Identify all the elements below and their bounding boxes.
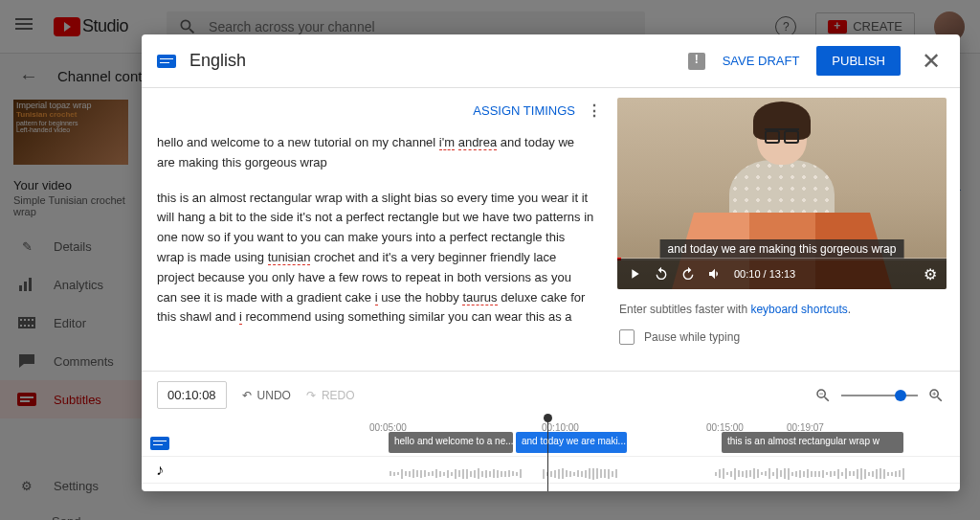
undo-button[interactable]: ↶ UNDO — [242, 389, 291, 402]
pause-checkbox[interactable] — [619, 329, 635, 345]
transcript-text[interactable]: hello and welcome to a new tutorial on m… — [157, 133, 602, 371]
subtitles-icon — [150, 437, 169, 450]
preview-panel: and today we are making this gorgeous wr… — [617, 88, 960, 371]
subtitles-icon — [157, 55, 176, 68]
video-time: 00:10 / 13:13 — [734, 268, 795, 280]
publish-button[interactable]: PUBLISH — [816, 46, 901, 76]
waveform — [714, 464, 905, 476]
timecode-input[interactable]: 00:10:08 — [157, 381, 227, 409]
close-icon[interactable]: ✕ — [918, 48, 945, 75]
subtitle-dialog: English SAVE DRAFT PUBLISH ✕ ASSIGN TIMI… — [142, 34, 960, 491]
waveform — [542, 464, 618, 476]
forward-icon[interactable] — [680, 266, 696, 282]
caption-clip[interactable]: and today we are maki... — [516, 432, 627, 453]
zoom-slider[interactable] — [841, 395, 918, 396]
save-draft-button[interactable]: SAVE DRAFT — [723, 54, 800, 68]
more-icon[interactable]: ⋮ — [587, 102, 602, 120]
caption-track[interactable]: hello and welcome to a ne...and today we… — [142, 430, 960, 457]
volume-icon[interactable] — [707, 266, 723, 282]
timeline-toolbar: 00:10:08 ↶ UNDO ↷ REDO — [142, 371, 960, 418]
audio-track[interactable]: ♪ — [142, 457, 960, 484]
play-icon[interactable] — [627, 266, 642, 282]
video-caption: and today we are making this gorgeous wr… — [660, 239, 904, 259]
assign-timings-button[interactable]: ASSIGN TIMINGS — [473, 103, 575, 118]
timeline-tracks: hello and welcome to a ne...and today we… — [142, 430, 960, 491]
pause-option: Pause while typing — [619, 329, 945, 345]
dialog-title: English — [189, 51, 246, 71]
music-icon: ♪ — [142, 462, 178, 479]
video-preview[interactable]: and today we are making this gorgeous wr… — [617, 98, 947, 289]
zoom-in-icon[interactable] — [927, 387, 945, 404]
shortcuts-link[interactable]: keyboard shortcuts — [750, 303, 847, 316]
zoom-out-icon[interactable] — [814, 387, 832, 404]
rewind-icon[interactable] — [654, 266, 669, 282]
caption-clip[interactable]: this is an almost rectangular wrap w — [722, 432, 903, 453]
caption-clip[interactable]: hello and welcome to a ne... — [389, 432, 513, 453]
dialog-header: English SAVE DRAFT PUBLISH ✕ — [142, 34, 960, 88]
shortcut-tip: Enter subtitles faster with keyboard sho… — [619, 303, 945, 316]
video-controls: 00:10 / 13:13 ⚙ — [617, 259, 947, 289]
waveform — [389, 464, 523, 476]
redo-button[interactable]: ↷ REDO — [306, 389, 355, 402]
feedback-icon[interactable] — [688, 53, 705, 70]
pause-label: Pause while typing — [644, 330, 740, 344]
settings-icon[interactable]: ⚙ — [924, 265, 937, 283]
transcript-panel: ASSIGN TIMINGS ⋮ hello and welcome to a … — [142, 88, 617, 371]
timeline-ruler: 00:05:00 00:10:00 00:15:00 00:19:07 — [142, 418, 960, 430]
